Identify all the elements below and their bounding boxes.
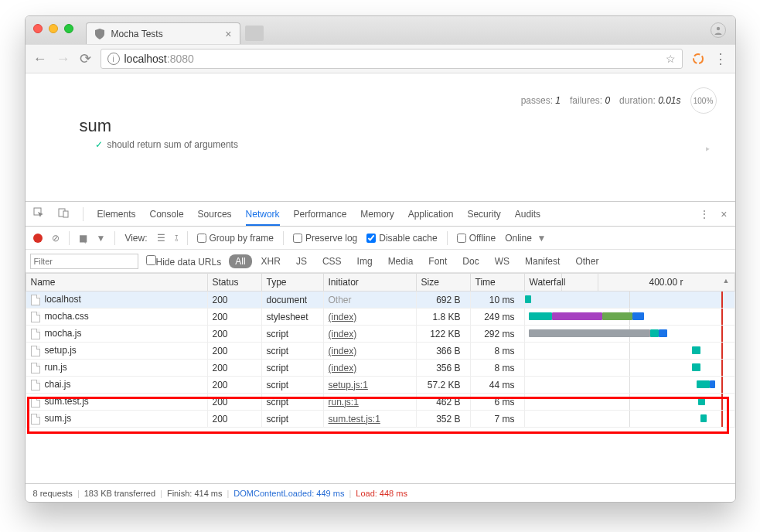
inspect-element-icon[interactable] [33,207,44,220]
new-tab-button[interactable] [245,26,264,41]
bookmark-star-icon[interactable]: ☆ [666,53,676,65]
request-size: 692 B [416,292,470,309]
disable-cache-checkbox[interactable]: Disable cache [366,233,437,244]
separator [69,231,70,245]
status-transferred: 183 KB transferred [84,489,155,498]
filter-type-media[interactable]: Media [382,254,420,268]
file-icon [31,312,40,322]
initiator-link[interactable]: run.js:1 [329,397,359,408]
reload-button[interactable]: ⟳ [80,50,91,67]
filter-type-all[interactable]: All [229,254,251,268]
device-mode-icon[interactable] [58,207,69,220]
filter-type-img[interactable]: Img [351,254,379,268]
col-time[interactable]: Time [470,274,524,292]
minimize-window-button[interactable] [49,24,58,33]
separator [83,207,83,221]
col-initiator[interactable]: Initiator [323,274,416,292]
site-info-icon[interactable]: i [107,53,120,65]
clear-icon[interactable]: ⊘ [52,233,60,244]
table-row[interactable]: mocha.css200stylesheet(index)1.8 KB249 m… [26,309,734,326]
filter-type-ws[interactable]: WS [489,254,516,268]
table-row[interactable]: localhost200documentOther692 B10 ms [26,292,734,309]
initiator-link[interactable]: setup.js:1 [329,380,368,390]
request-time: 7 ms [470,411,524,428]
filter-type-xhr[interactable]: XHR [255,254,287,268]
record-button[interactable] [33,234,43,243]
chrome-menu-icon[interactable]: ⋮ [714,50,728,67]
throttling-select[interactable]: Online ▼ [505,233,546,244]
panel-tab-security[interactable]: Security [467,209,500,220]
initiator-link[interactable]: (index) [329,312,357,322]
separator [114,231,115,245]
col-waterfall-label: Waterfall [530,277,566,288]
large-rows-icon[interactable]: ☰ [157,233,165,244]
col-waterfall[interactable]: Waterfall [524,274,598,292]
panel-tab-application[interactable]: Application [408,209,454,220]
panel-tab-memory[interactable]: Memory [360,209,394,220]
initiator-link[interactable]: (index) [329,329,357,339]
hide-data-urls-checkbox[interactable]: Hide data URLs [146,255,222,268]
overview-icon[interactable]: ⫱ [175,233,178,244]
test-item[interactable]: ✓ should return sum of arguments [95,139,712,150]
network-statusbar: 8 requests| 183 KB transferred| Finish: … [26,483,735,502]
table-row[interactable]: chai.js200scriptsetup.js:157.2 KB44 ms [26,377,734,394]
waterfall-tick-label: 400.00 r [649,277,683,288]
table-row[interactable]: sum.test.js200scriptrun.js:1462 B6 ms [26,394,734,411]
network-toolbar: ⊘ ■ͅ ▼ View: ☰ ⫱ Group by frame Preserve… [26,227,735,250]
filter-icon[interactable]: ▼ [97,233,106,244]
group-by-frame-checkbox[interactable]: Group by frame [197,233,274,244]
initiator-link[interactable]: sum.test.js:1 [329,414,380,425]
back-button[interactable]: ← [33,51,47,67]
replay-icon[interactable]: ‣ [704,143,711,155]
panel-tab-audits[interactable]: Audits [515,209,540,220]
table-row[interactable]: setup.js200script(index)366 B8 ms [26,343,734,360]
filter-input[interactable] [30,254,138,269]
offline-checkbox[interactable]: Offline [457,233,496,244]
table-row[interactable]: mocha.js200script(index)122 KB292 ms [26,326,734,343]
maximize-window-button[interactable] [64,24,73,33]
filter-type-js[interactable]: JS [290,254,313,268]
panel-tab-elements[interactable]: Elements [97,209,136,220]
preserve-log-checkbox[interactable]: Preserve log [293,233,357,244]
profile-avatar-icon[interactable] [711,22,726,38]
close-window-button[interactable] [33,24,43,33]
address-bar[interactable]: i localhost:8080 ☆ [101,49,683,69]
table-row[interactable]: sum.js200scriptsum.test.js:1352 B7 ms [26,411,734,428]
close-tab-icon[interactable]: × [225,28,231,40]
devtools-menu-icon[interactable]: ⋮ [699,208,710,220]
hide-data-urls-label: Hide data URLs [156,257,222,268]
waterfall-cell [524,343,734,360]
capture-screenshots-icon[interactable]: ■ͅ [79,233,87,244]
panel-tab-sources[interactable]: Sources [198,209,232,220]
table-row[interactable]: run.js200script(index)356 B8 ms [26,360,734,377]
panel-tab-console[interactable]: Console [150,209,184,220]
col-status[interactable]: Status [207,274,261,292]
devtools-close-icon[interactable]: × [721,208,727,220]
request-type: script [261,411,323,428]
svg-point-1 [694,54,703,63]
separator [447,231,448,245]
col-name[interactable]: Name [26,274,207,292]
status-finish: Finish: 414 ms [167,489,223,498]
filter-type-font[interactable]: Font [422,254,453,268]
col-waterfall-scale[interactable]: 400.00 r▲ [598,274,734,292]
progress-circle: 100% [690,87,717,114]
filter-type-other[interactable]: Other [569,254,605,268]
col-type[interactable]: Type [261,274,323,292]
extension-icon[interactable] [692,53,704,65]
filter-type-doc[interactable]: Doc [456,254,485,268]
panel-tab-network[interactable]: Network [246,209,280,226]
initiator-link[interactable]: (index) [329,363,357,373]
col-size[interactable]: Size [416,274,470,292]
filter-type-manifest[interactable]: Manifest [519,254,566,268]
browser-tab[interactable]: Mocha Tests × [86,22,240,44]
initiator-link[interactable]: (index) [329,346,357,356]
suite-title[interactable]: sum [80,116,712,136]
forward-button[interactable]: → [56,51,70,67]
waterfall-cell [524,360,734,377]
filter-type-css[interactable]: CSS [316,254,348,268]
request-status: 200 [207,343,261,360]
request-status: 200 [207,309,261,326]
failures-label: failures: [570,95,602,106]
panel-tab-performance[interactable]: Performance [294,209,347,220]
